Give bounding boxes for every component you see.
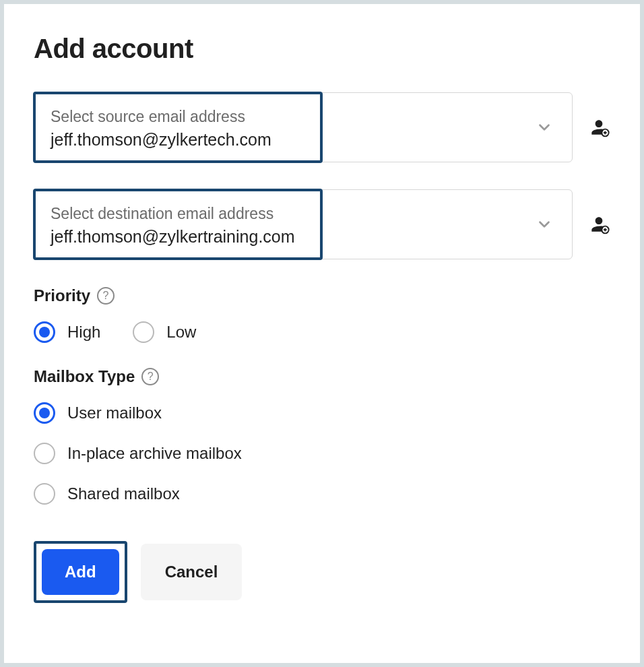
- priority-high-label: High: [67, 323, 100, 342]
- destination-email-select[interactable]: Select destination email address jeff.th…: [34, 189, 573, 259]
- radio-icon: [34, 483, 55, 505]
- priority-radio-high[interactable]: High: [34, 321, 100, 343]
- destination-email-row: Select destination email address jeff.th…: [34, 189, 610, 259]
- radio-icon: [34, 402, 55, 424]
- mailbox-radio-user[interactable]: User mailbox: [34, 402, 610, 424]
- chevron-down-icon: [536, 216, 553, 233]
- destination-email-highlight: Select destination email address jeff.th…: [33, 189, 323, 260]
- priority-low-label: Low: [166, 323, 196, 342]
- destination-email-value: jeff.thomson@zylkertraining.com: [51, 227, 305, 247]
- add-source-user-button[interactable]: [587, 117, 610, 138]
- add-button[interactable]: Add: [42, 549, 119, 595]
- person-plus-icon: [588, 117, 610, 138]
- mailbox-radio-archive[interactable]: In-place archive mailbox: [34, 443, 610, 464]
- priority-radio-low[interactable]: Low: [133, 321, 196, 343]
- source-email-chevron[interactable]: [323, 93, 572, 162]
- person-plus-icon: [588, 214, 610, 235]
- add-button-highlight: Add: [34, 541, 127, 603]
- chevron-down-icon: [536, 119, 553, 136]
- priority-label-text: Priority: [34, 286, 90, 305]
- page-title: Add account: [34, 34, 610, 64]
- priority-radio-group: High Low: [34, 321, 610, 343]
- add-destination-user-button[interactable]: [587, 214, 610, 235]
- mailbox-type-label: Mailbox Type ?: [34, 367, 610, 386]
- source-email-row: Select source email address jeff.thomson…: [34, 92, 610, 162]
- help-icon[interactable]: ?: [97, 287, 115, 305]
- cancel-button[interactable]: Cancel: [141, 544, 243, 600]
- mailbox-archive-label: In-place archive mailbox: [67, 444, 242, 463]
- mailbox-type-radio-group: User mailbox In-place archive mailbox Sh…: [34, 402, 610, 505]
- destination-email-chevron[interactable]: [323, 190, 572, 259]
- mailbox-type-label-text: Mailbox Type: [34, 367, 135, 386]
- source-email-label: Select source email address: [51, 108, 305, 126]
- mailbox-user-label: User mailbox: [67, 404, 162, 422]
- mailbox-shared-label: Shared mailbox: [67, 484, 180, 503]
- radio-icon: [34, 321, 55, 343]
- destination-email-label: Select destination email address: [51, 205, 305, 223]
- source-email-select[interactable]: Select source email address jeff.thomson…: [34, 92, 573, 162]
- priority-label: Priority ?: [34, 286, 610, 305]
- source-email-highlight: Select source email address jeff.thomson…: [33, 92, 323, 163]
- radio-icon: [34, 443, 55, 464]
- help-icon[interactable]: ?: [141, 368, 159, 385]
- mailbox-radio-shared[interactable]: Shared mailbox: [34, 483, 610, 505]
- button-row: Add Cancel: [34, 541, 610, 603]
- source-email-value: jeff.thomson@zylkertech.com: [51, 130, 305, 150]
- add-account-panel: Add account Select source email address …: [4, 4, 640, 663]
- radio-icon: [133, 321, 154, 343]
